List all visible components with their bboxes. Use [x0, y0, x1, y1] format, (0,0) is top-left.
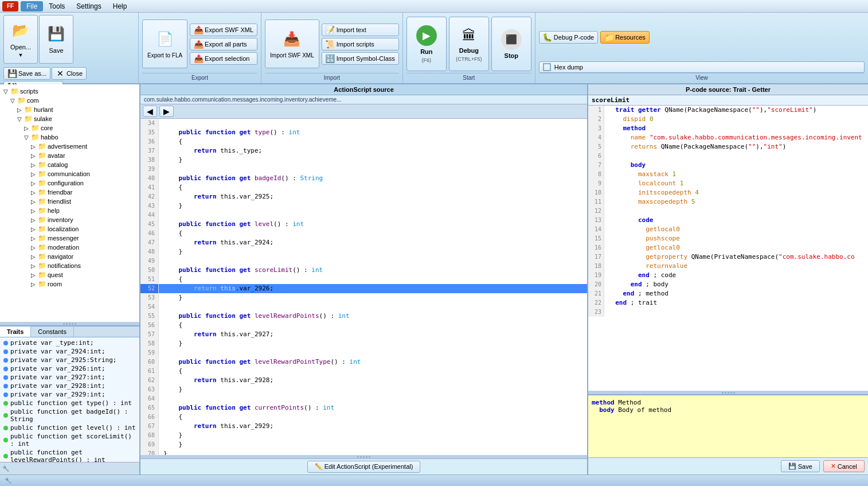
tree-item[interactable]: ▷ 📁 advertisement [2, 142, 137, 151]
tree-item[interactable]: ▷ 📁 moderation [2, 243, 137, 252]
resources-icon: 📁 [604, 33, 613, 42]
pcode-area[interactable]: 1 trait getter QName(PackageNamespace(""… [588, 106, 868, 391]
folder-icon: 📁 [38, 225, 46, 233]
export-swf-icon: 📤 [194, 25, 203, 34]
cancel-pcode-button[interactable]: ✕ Cancel [823, 460, 865, 472]
list-item[interactable]: private var var_2928:int; [1, 382, 138, 390]
code-line: 61 { [140, 367, 587, 376]
tree-item[interactable]: ▷ 📁 notifications [2, 261, 137, 270]
tree-item[interactable]: ▷ 📁 avatar [2, 151, 137, 160]
tree-item[interactable]: ▷ 📁 configuration [2, 178, 137, 188]
save-button[interactable]: 💾 Save [39, 15, 73, 64]
code-line: 57 return this.var_2927; [140, 330, 587, 339]
import-symbol-class-button[interactable]: 🔣 Import Symbol-Class [322, 52, 399, 65]
tree-item[interactable]: ▷ 📁 messenger [2, 234, 137, 243]
menu-tools[interactable]: Tools [43, 1, 71, 11]
list-item[interactable]: public function get levelRewardPoints() … [1, 448, 138, 462]
tree-item[interactable]: ▷ 📁 room [2, 279, 137, 289]
pcode-panel-header: P-code source: Trait - Getter [588, 84, 868, 95]
toolbar-import-group: 📥 Import SWF XML 📝 Import text 📜 Import … [261, 13, 403, 83]
list-item[interactable]: private var _type:int; [1, 339, 138, 347]
list-item[interactable]: private var var_2927:int; [1, 373, 138, 382]
list-item[interactable]: public function get badgeId() : String [1, 407, 138, 423]
traits-list: private var _type:int; private var var_2… [0, 337, 139, 462]
tree-item[interactable]: ▷ 📁 communication [2, 169, 137, 178]
import-scripts-button[interactable]: 📜 Import scripts [322, 38, 399, 50]
hex-dump-button[interactable]: Hex dump [539, 61, 865, 73]
tree-item[interactable]: ▽ 📁 habbo [2, 133, 137, 142]
debug-button[interactable]: 🏛 Debug (CTRL+F5) [449, 17, 489, 71]
export-selection-button[interactable]: 📤 Export selection [190, 52, 257, 65]
save-pcode-button[interactable]: 💾 Save [781, 460, 820, 472]
blue-dot [3, 341, 8, 345]
tree-item[interactable]: ▷ 📁 help [2, 206, 137, 215]
code-line: 49 [140, 256, 587, 266]
save-as-button[interactable]: 💾 Save as... [3, 67, 50, 80]
list-item[interactable]: public function get type() : int [1, 399, 138, 407]
export-fla-button[interactable]: 📄 Export to FLA [142, 20, 187, 68]
code-line: 62 return this.var_2928; [140, 376, 587, 385]
debug-pcode-button[interactable]: 🐛 Debug P-code [539, 31, 598, 44]
tree-item[interactable]: ▷ 📁 localization [2, 224, 137, 234]
code-line: 36 { [140, 137, 587, 146]
open-button[interactable]: 📂 Open... ▼ [3, 15, 38, 64]
pcode-line: 9 localcount 1 [588, 179, 868, 188]
folder-icon: 📁 [38, 216, 46, 224]
stop-button[interactable]: ⬛ Stop [491, 17, 531, 71]
bottom-icon: 🔧 [2, 465, 9, 472]
tree-item[interactable]: ▷ 📁 friendlist [2, 197, 137, 206]
tree-item[interactable]: ▽ 📁 sulake [2, 114, 137, 123]
export-swf-xml-button[interactable]: 📤 Export SWF XML [190, 24, 257, 36]
tree-item[interactable]: ▷ 📁 quest [2, 270, 137, 279]
pcode-button-row: 💾 Save ✕ Cancel [588, 457, 868, 475]
tree-item[interactable]: ▷ 📁 friendbar [2, 188, 137, 197]
import-swf-xml-button[interactable]: 📥 Import SWF XML [265, 20, 319, 68]
open-icon: 📂 [11, 21, 30, 40]
code-line: 38 } [140, 155, 587, 165]
tree-item[interactable]: ▷ 📁 inventory [2, 215, 137, 224]
folder-icon: 📁 [38, 280, 46, 288]
debug-icon: 🏛 [460, 26, 478, 45]
list-item[interactable]: private var var_2926:int; [1, 364, 138, 373]
tree-item[interactable]: ▽ 📁 scripts [2, 87, 137, 96]
code-area[interactable]: 34 35 public function get type() : int 3… [140, 119, 587, 455]
tree-item[interactable]: ▷ 📁 catalog [2, 160, 137, 169]
tab-traits[interactable]: Traits [0, 326, 31, 337]
status-icon: 🔧 [5, 477, 11, 484]
import-swf-icon: 📥 [283, 30, 301, 48]
folder-icon: 📁 [38, 179, 46, 187]
run-button[interactable]: ▶ Run (F6) [406, 17, 447, 71]
tree-item[interactable]: ▽ 📁 com [2, 96, 137, 105]
right-panel: P-code source: Trait - Getter scoreLimit… [587, 84, 868, 475]
pcode-line: 14 getlocal0 [588, 225, 868, 234]
folder-icon: 📁 [38, 271, 46, 279]
list-item[interactable]: private var var_2924:int; [1, 347, 138, 356]
tree-item[interactable]: ▷ 📁 navigator [2, 252, 137, 261]
folder-icon: 📁 [10, 87, 19, 95]
menu-settings[interactable]: Settings [71, 1, 107, 11]
code-line: 69 } [140, 440, 587, 449]
tab-constants[interactable]: Constants [31, 326, 74, 337]
list-item[interactable]: public function get level() : int [1, 423, 138, 432]
tree-item[interactable]: ▷ 📁 core [2, 123, 137, 133]
list-item[interactable]: public function get scoreLimit() : int [1, 432, 138, 448]
edit-actionscript-button[interactable]: ✏️ Edit ActionScript (Experimental) [307, 461, 421, 473]
code-line: 55 public function get levelRewardPoints… [140, 312, 587, 321]
cancel-icon: ✕ [831, 462, 836, 470]
forward-button[interactable]: ▶ [159, 106, 174, 117]
resources-button[interactable]: 📁 Resources [600, 31, 650, 44]
menu-help[interactable]: Help [107, 1, 133, 11]
export-group-label: Export [142, 73, 257, 81]
list-item[interactable]: private var var_2929:int; [1, 390, 138, 399]
menu-file[interactable]: File [21, 1, 43, 11]
list-item[interactable]: private var var_2925:String; [1, 356, 138, 364]
close-button[interactable]: ✕ Close [52, 67, 87, 80]
import-group-label: Import [265, 73, 399, 81]
export-all-parts-button[interactable]: 📤 Export all parts [190, 38, 257, 50]
bottom-panel: Traits Constants private var _type:int; … [0, 325, 139, 475]
import-text-button[interactable]: 📝 Import text [322, 24, 399, 36]
folder-icon: 📁 [24, 115, 33, 123]
tree-item[interactable]: ▷ 📁 hurlant [2, 105, 137, 114]
blue-dot [3, 349, 8, 354]
back-button[interactable]: ◀ [143, 106, 157, 117]
